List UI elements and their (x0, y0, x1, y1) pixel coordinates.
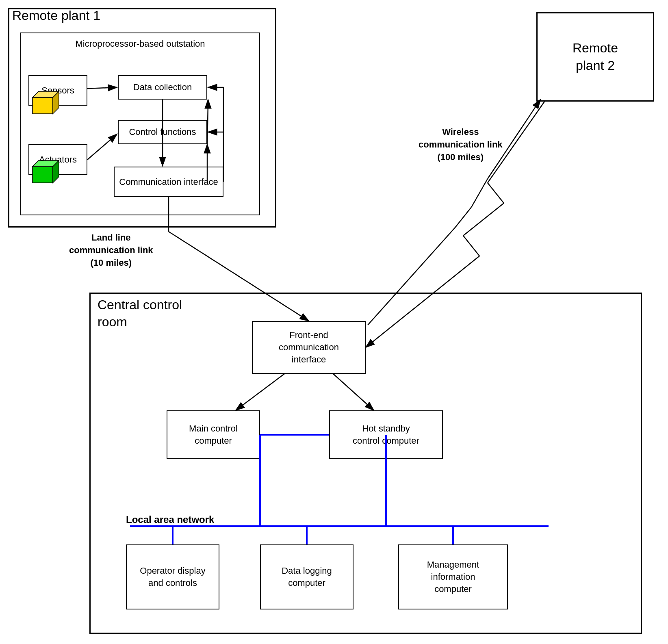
data-logging-box: Data logging computer (260, 544, 354, 609)
diagram-container: Remote plant 1 Microprocessor-based outs… (0, 0, 668, 644)
main-control-computer-box: Main control computer (167, 410, 260, 459)
operator-display-box: Operator display and controls (126, 544, 219, 609)
data-collection-box: Data collection (118, 75, 207, 100)
comm-interface-box: Communication interface (114, 167, 223, 197)
frontend-comm-label: Front-end communication interface (279, 329, 339, 365)
svg-line-24 (463, 236, 479, 256)
data-collection-label: Data collection (133, 81, 192, 93)
actuators-cube-icon (30, 158, 59, 185)
landline-link-label: Land line communication link (10 miles) (69, 232, 153, 269)
lan-label: Local area network (126, 514, 214, 525)
control-functions-box: Control functions (118, 120, 207, 144)
management-info-box: Management information computer (398, 544, 508, 609)
hot-standby-label: Hot standby control computer (353, 423, 419, 447)
svg-line-22 (488, 183, 504, 203)
wireless-link-label: Wireless communication link (100 miles) (419, 126, 503, 163)
svg-line-27 (455, 207, 471, 228)
microprocessor-label: Microprocessor-based outstation (20, 39, 260, 49)
svg-marker-0 (33, 98, 53, 114)
svg-line-23 (463, 203, 504, 236)
hot-standby-computer-box: Hot standby control computer (329, 410, 443, 459)
control-functions-label: Control functions (129, 126, 196, 138)
remote-plant-1-title: Remote plant 1 (12, 8, 100, 23)
svg-line-28 (471, 179, 488, 207)
remote-plant-2-label: Remote plant 2 (573, 39, 618, 74)
sensors-cube-icon (30, 89, 59, 116)
main-control-label: Main control computer (189, 423, 238, 447)
frontend-comm-box: Front-end communication interface (252, 321, 366, 374)
remote-plant-2-box: Remote plant 2 (536, 12, 654, 102)
svg-marker-3 (33, 167, 53, 183)
data-logging-label: Data logging computer (282, 565, 332, 589)
central-control-room-title: Central control room (98, 297, 182, 330)
operator-display-label: Operator display and controls (140, 565, 205, 589)
comm-interface-label: Communication interface (119, 176, 218, 188)
management-info-label: Management information computer (427, 559, 479, 595)
